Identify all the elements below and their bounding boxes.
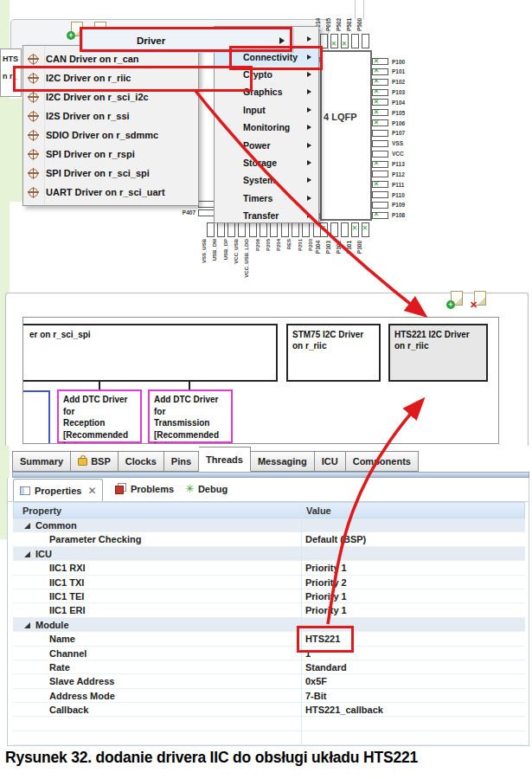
pin-label: P304 — [314, 241, 322, 277]
menu-item-spi-driver-on-r-rspi[interactable]: SPI Driver on r_rspi — [23, 145, 198, 164]
submenu-item-power[interactable]: Power — [215, 136, 318, 153]
pin-checkbox[interactable] — [292, 222, 299, 237]
add-dtc-reception-block[interactable]: Add DTC Driver forReception[Recommended … — [57, 390, 142, 443]
stack-block-sci-spi[interactable]: er on r_sci_spi — [22, 324, 278, 382]
pin-checkbox[interactable] — [281, 222, 289, 237]
property-value[interactable]: Priority 2 — [305, 576, 347, 589]
pin-checkbox[interactable] — [313, 222, 321, 237]
expanded-triangle-icon — [24, 622, 30, 628]
tab-threads[interactable]: Threads — [199, 447, 251, 472]
pin-label: P103 — [392, 88, 405, 96]
close-icon[interactable]: ✕ — [87, 486, 96, 496]
new-stack-icon[interactable]: + — [451, 291, 463, 306]
submenu-item-transfer[interactable]: Transfer — [215, 207, 318, 224]
submenu-arrow-icon — [307, 177, 311, 183]
pin-checkbox[interactable] — [330, 222, 338, 237]
pin-checkbox[interactable] — [217, 222, 225, 237]
module-icon — [29, 93, 38, 102]
plus-badge-icon: + — [67, 31, 75, 40]
tab-debug[interactable]: ✳ Debug — [185, 483, 228, 494]
pin-label: P110 — [392, 191, 405, 199]
tab-icu[interactable]: ICU — [315, 451, 346, 472]
property-value[interactable]: Priority 1 — [305, 604, 347, 617]
submenu-arrow-icon — [307, 125, 311, 130]
add-dtc-transmission-block[interactable]: Add DTC Driver forTransmission[Recommend… — [148, 390, 233, 443]
pin-label: P407 — [171, 209, 195, 216]
pin-checkbox[interactable] — [238, 222, 246, 237]
pin-checkbox[interactable] — [372, 191, 388, 198]
pin-checkbox[interactable] — [372, 140, 388, 147]
pin-checkbox[interactable] — [207, 222, 215, 237]
pin-checkbox[interactable] — [198, 209, 215, 216]
menu-item-spi-driver-on-r-sci-spi[interactable]: SPI Driver on r_sci_spi — [23, 164, 198, 183]
pin-checkbox[interactable] — [228, 222, 235, 237]
stack-block-stm75[interactable]: STM75 I2C Driver on r_riic — [286, 324, 381, 382]
tab-properties[interactable]: Properties ✕ — [13, 479, 103, 502]
submenu-item-monitoring[interactable]: Monitoring — [215, 119, 318, 136]
annotation-box-hts221-name — [297, 626, 354, 653]
pin-checkbox[interactable] — [351, 34, 359, 48]
menu-item-label: SPI Driver on r_sci_spi — [46, 168, 150, 178]
submenu-item-storage[interactable]: Storage — [215, 154, 318, 171]
property-value[interactable]: Priority 1 — [305, 590, 347, 603]
tab-label: ICU — [322, 456, 338, 467]
submenu-item-timers[interactable]: Timers — [215, 190, 318, 207]
tab-bsp[interactable]: BSP — [71, 451, 119, 472]
check-icon: ✕ — [374, 58, 380, 65]
tab-clocks[interactable]: Clocks — [119, 451, 164, 472]
remove-stack-icon[interactable]: ✕ — [474, 291, 486, 306]
property-value[interactable]: Standard — [305, 661, 347, 674]
property-value[interactable]: Priority 1 — [305, 562, 347, 575]
check-icon: ✕ — [374, 181, 380, 188]
menu-item-label: I2C Driver on r_sci_i2c — [46, 92, 149, 102]
tab-summary[interactable]: Summary — [12, 451, 71, 472]
pin-checkbox[interactable] — [372, 130, 388, 137]
tab-components[interactable]: Components — [346, 451, 419, 472]
option-block-fragment[interactable] — [22, 390, 50, 444]
pin-checkbox[interactable] — [302, 222, 310, 237]
check-icon: ✕ — [352, 225, 358, 232]
property-value[interactable]: Default (BSP) — [305, 533, 366, 546]
tab-label: BSP — [91, 456, 111, 467]
pin-checkbox[interactable] — [260, 222, 267, 237]
mcu-package-outline — [320, 50, 372, 221]
property-group-icu[interactable]: ICU — [13, 547, 525, 561]
property-name: Callback — [49, 704, 88, 717]
property-value[interactable]: 0x5F — [305, 675, 327, 688]
tab-messaging[interactable]: Messaging — [251, 451, 315, 472]
pin-checkbox[interactable] — [341, 222, 349, 237]
package-label: 4 LQFP — [324, 111, 370, 123]
pin-highlight-band — [0, 0, 10, 49]
pin-label: P108 — [392, 211, 405, 219]
pin-checkbox[interactable] — [198, 201, 215, 208]
pin-checkbox[interactable] — [362, 34, 369, 48]
problems-icon — [115, 483, 126, 494]
pin-checkbox[interactable] — [372, 151, 388, 158]
option-box-line: Add DTC Driver for — [63, 394, 140, 417]
pin-checkbox[interactable] — [270, 222, 278, 237]
pin-checkbox[interactable] — [249, 222, 257, 237]
stack-block-hts221[interactable]: HTS221 I2C Driver on r_riic — [388, 324, 488, 382]
tab-problems[interactable]: Problems — [115, 483, 174, 494]
submenu-item-system[interactable]: System — [215, 171, 318, 189]
pin-checkbox[interactable] — [372, 171, 388, 177]
property-value[interactable]: 7-Bit — [305, 690, 326, 703]
x-badge-icon: ✕ — [470, 300, 478, 310]
submenu-item-input[interactable]: Input — [215, 101, 318, 119]
menu-item-uart-driver-on-r-sci-uart[interactable]: UART Driver on r_sci_uart — [23, 183, 198, 202]
menu-item-i2s-driver-on-r-ssi[interactable]: I2S Driver on r_ssi — [23, 106, 198, 126]
pin-checkbox[interactable] — [372, 202, 388, 209]
pin-label: P104 — [392, 99, 405, 106]
pin-label: USB_DM — [211, 239, 219, 279]
pin-label: P204 — [275, 239, 283, 279]
lock-icon — [78, 458, 87, 466]
check-icon: ✕ — [342, 41, 348, 48]
property-group-common[interactable]: Common — [13, 518, 525, 532]
menu-item-sdio-driver-on-r-sdmmc[interactable]: SDIO Driver on r_sdmmc — [23, 126, 198, 145]
check-icon: ✕ — [362, 225, 369, 232]
pin-label: VCC_USB_LDO — [243, 239, 251, 279]
property-name: IIC1 ERI — [49, 604, 86, 617]
property-value[interactable]: HTS221_callback — [305, 704, 383, 717]
tab-pins[interactable]: Pins — [164, 451, 199, 472]
property-group-module[interactable]: Module — [13, 618, 525, 632]
